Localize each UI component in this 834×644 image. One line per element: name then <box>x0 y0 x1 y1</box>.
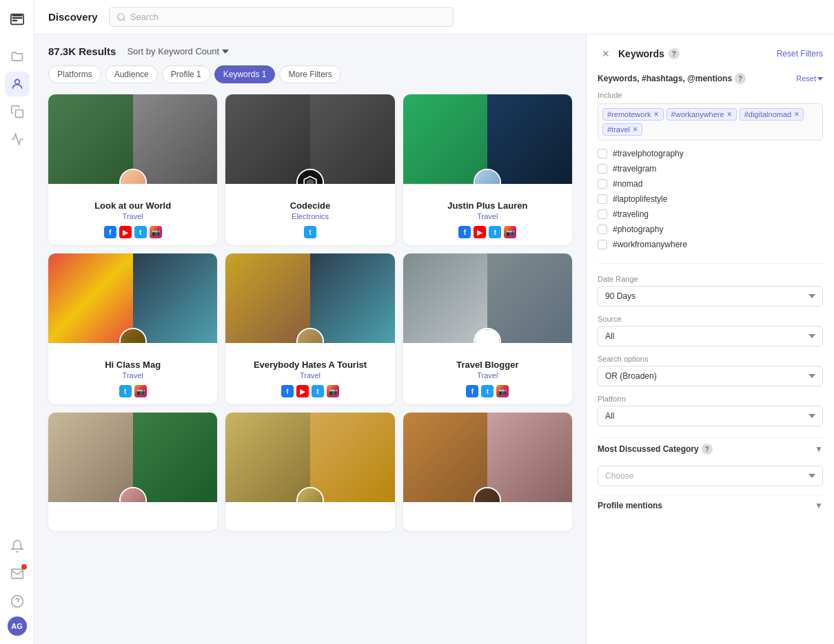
card-info <box>403 502 572 531</box>
keyword-tag-remove[interactable]: × <box>794 110 799 118</box>
suggestion-item[interactable]: #nomad <box>598 176 823 191</box>
keywords-reset-button[interactable]: Reset <box>796 74 823 83</box>
search-icon <box>116 12 126 22</box>
most-discussed-title: Most Discussed Category ? <box>598 444 713 455</box>
results-grid: Look at our World Travel f▶t📷 Codecide E… <box>48 94 572 531</box>
tab-platforms[interactable]: Platforms <box>48 65 101 83</box>
card-images <box>225 413 394 502</box>
keyword-tag-remove[interactable]: × <box>654 110 659 118</box>
card-category: Travel <box>57 212 209 220</box>
sort-button[interactable]: Sort by Keyword Count <box>127 46 229 56</box>
source-select[interactable]: All <box>598 326 823 346</box>
tab-profile[interactable]: Profile 1 <box>162 65 210 83</box>
most-discussed-chevron: ▼ <box>815 444 823 454</box>
suggestion-checkbox[interactable] <box>598 209 607 219</box>
profile-mentions-header[interactable]: Profile mentions ▼ <box>598 495 823 516</box>
card-images <box>225 253 394 343</box>
suggestion-item[interactable]: #travelphotography <box>598 146 823 161</box>
date-range-select[interactable]: 90 Days <box>598 286 823 307</box>
sidebar-item-help[interactable] <box>5 589 30 614</box>
results-panel: 87.3K Results Sort by Keyword Count Plat… <box>34 34 586 644</box>
card-images <box>48 94 217 184</box>
suggestion-item[interactable]: #laptoplifestyle <box>598 191 823 207</box>
suggestion-item[interactable]: #workfromanywhere <box>598 237 823 252</box>
most-discussed-select[interactable]: Choose <box>598 466 823 486</box>
keyword-tag[interactable]: #digitalnomad× <box>740 108 804 121</box>
keyword-tag[interactable]: #workanywhere× <box>667 108 737 121</box>
result-card[interactable] <box>48 413 217 531</box>
card-images <box>403 94 572 184</box>
svg-rect-2 <box>15 110 23 118</box>
keyword-tag[interactable]: #travel× <box>602 123 642 136</box>
keywords-filter-section: Keywords, #hashtags, @mentions ? Reset I… <box>598 73 823 264</box>
card-images <box>403 413 572 502</box>
platform-select[interactable]: All <box>598 406 823 426</box>
suggestion-item[interactable]: #photography <box>598 222 823 237</box>
sidebar-item-mail[interactable] <box>5 561 30 586</box>
date-range-label: Date Range <box>598 275 823 283</box>
sidebar-item-bell[interactable] <box>5 534 30 559</box>
card-image-2 <box>310 413 395 502</box>
page-title: Discovery <box>48 11 98 23</box>
result-card[interactable]: Everybody Hates A Tourist Travel f▶t📷 <box>225 253 394 404</box>
most-discussed-header[interactable]: Most Discussed Category ? ▼ <box>598 437 823 460</box>
result-card[interactable]: Codecide Electronics t <box>225 94 394 245</box>
card-category: Travel <box>411 371 564 380</box>
suggestion-checkbox[interactable] <box>598 149 607 158</box>
suggestion-checkbox[interactable] <box>598 164 607 174</box>
svg-line-6 <box>123 19 125 21</box>
keyword-tags-container[interactable]: #remotework×#workanywhere×#digitalnomad×… <box>598 103 823 141</box>
card-images <box>225 94 394 184</box>
result-card[interactable] <box>225 413 394 531</box>
card-name: Travel Blogger <box>411 360 564 370</box>
keywords-info-icon[interactable]: ? <box>735 73 746 84</box>
platform-icon-ig: 📷 <box>150 226 162 238</box>
sidebar-item-folder[interactable] <box>5 44 30 69</box>
keyword-tag[interactable]: #remotework× <box>602 108 664 121</box>
suggestion-checkbox[interactable] <box>598 179 607 189</box>
reset-filters-button[interactable]: Reset Filters <box>777 49 823 59</box>
suggestion-checkbox[interactable] <box>598 194 607 204</box>
result-card[interactable]: Travel Blogger Travel ft📷 <box>403 253 572 404</box>
app-logo[interactable] <box>6 8 28 30</box>
close-panel-button[interactable]: ✕ <box>598 45 614 62</box>
search-options-select[interactable]: OR (Broaden) <box>598 366 823 386</box>
result-card[interactable]: Look at our World Travel f▶t📷 <box>48 94 217 245</box>
search-bar[interactable] <box>109 7 454 27</box>
card-image-1 <box>403 253 488 343</box>
card-info: Look at our World Travel f▶t📷 <box>48 184 217 245</box>
result-card[interactable] <box>403 413 572 531</box>
card-image-2 <box>310 253 395 343</box>
keyword-tag-remove[interactable]: × <box>727 110 732 118</box>
card-info: Travel Blogger Travel ft📷 <box>403 343 572 404</box>
user-avatar[interactable]: AG <box>8 616 27 636</box>
suggestion-list: #travelphotography#travelgram#nomad#lapt… <box>598 146 823 252</box>
tab-more-filters[interactable]: More Filters <box>279 65 340 83</box>
tab-audience[interactable]: Audience <box>105 65 158 83</box>
sidebar-item-copy[interactable] <box>5 99 30 124</box>
suggestion-checkbox[interactable] <box>598 240 607 249</box>
card-name: Justin Plus Lauren <box>411 200 564 211</box>
card-image-1 <box>48 413 133 502</box>
sidebar-item-discovery[interactable] <box>5 72 30 96</box>
results-count: 87.3K Results <box>48 45 116 57</box>
suggestion-item[interactable]: #traveling <box>598 207 823 222</box>
panel-info-icon[interactable]: ? <box>669 48 680 59</box>
suggestion-checkbox[interactable] <box>598 225 607 234</box>
card-image-1 <box>48 253 133 343</box>
sidebar-item-chart[interactable] <box>5 127 30 152</box>
keyword-tag-remove[interactable]: × <box>633 125 638 134</box>
tab-keywords[interactable]: Keywords 1 <box>214 65 276 83</box>
card-image-2 <box>487 413 572 502</box>
result-card[interactable]: Justin Plus Lauren Travel f▶t📷 <box>403 94 572 245</box>
content-area: 87.3K Results Sort by Keyword Count Plat… <box>34 34 834 644</box>
platform-icon-tw: t <box>312 385 324 397</box>
platform-icon-ig: 📷 <box>134 385 147 397</box>
result-card[interactable]: Hi Class Mag Travel t📷 <box>48 253 217 404</box>
suggestion-item[interactable]: #travelgram <box>598 161 823 176</box>
most-discussed-info-icon[interactable]: ? <box>702 444 713 455</box>
avatar-inner <box>298 329 323 343</box>
card-info: Hi Class Mag Travel t📷 <box>48 343 217 404</box>
search-input[interactable] <box>130 12 446 22</box>
card-platforms: t <box>234 226 386 238</box>
